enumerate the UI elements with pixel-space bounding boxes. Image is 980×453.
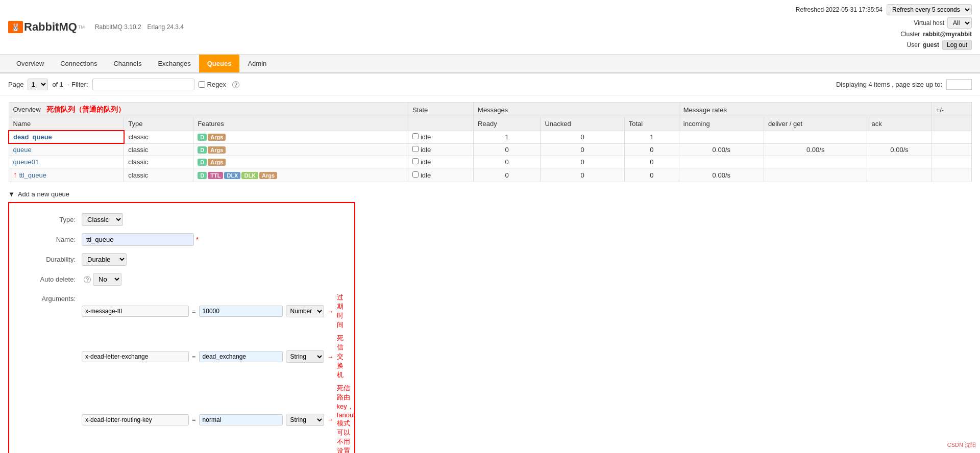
- logo: 🐰 RabbitMQ TM: [8, 20, 85, 34]
- auto-delete-row: Auto delete: ? No Yes: [19, 273, 344, 286]
- arrow-icon-2: →: [327, 353, 334, 361]
- feature-badge[interactable]: D: [198, 159, 207, 166]
- queue-total: 0: [624, 143, 679, 156]
- regex-label[interactable]: Regex: [199, 81, 227, 88]
- add-queue-section: ▼ Add a new queue Type: Classic Quorum S…: [0, 188, 980, 453]
- nav-channels[interactable]: Channels: [105, 55, 150, 72]
- state-checkbox[interactable]: [412, 146, 419, 152]
- arg-type-3[interactable]: Number String Boolean: [286, 414, 324, 426]
- vhost-select[interactable]: All: [947, 17, 972, 29]
- table-row: queueclassicDArgsidle0000.00/s0.00/s0.00…: [9, 143, 972, 156]
- nav-admin[interactable]: Admin: [239, 55, 275, 72]
- feature-badge[interactable]: Args: [259, 172, 277, 179]
- arg-key-1[interactable]: [82, 306, 189, 317]
- queue-incoming: 0.00/s: [679, 143, 764, 156]
- th-rates-group: Message rates: [679, 103, 932, 117]
- queue-incoming: [679, 156, 764, 168]
- state-checkbox[interactable]: [412, 133, 419, 139]
- feature-badge[interactable]: Args: [208, 134, 226, 141]
- th-plus-minus[interactable]: +/-: [932, 103, 971, 117]
- top-right: Refreshed 2022-05-31 17:35:54 Refresh ev…: [796, 4, 972, 50]
- arguments-label: Arguments:: [19, 293, 76, 303]
- arg-type-1[interactable]: Number String Boolean: [286, 305, 324, 317]
- feature-badge[interactable]: TTL: [208, 172, 223, 179]
- state-checkbox[interactable]: [412, 158, 419, 164]
- auto-delete-select[interactable]: No Yes: [93, 273, 121, 286]
- eq-2: =: [192, 353, 196, 361]
- rabbitmq-version: RabbitMQ 3.10.2: [95, 23, 141, 31]
- queue-ready: 0: [474, 168, 541, 182]
- queue-ack: [867, 168, 932, 182]
- queue-ready: 0: [474, 156, 541, 168]
- auto-delete-help[interactable]: ?: [84, 276, 91, 283]
- feature-badge[interactable]: Args: [208, 146, 226, 154]
- nav-connections[interactable]: Connections: [52, 55, 105, 72]
- table-row: ↑ttl_queueclassicDTTLDLXDLKArgsidle0000.…: [9, 168, 972, 182]
- queue-name[interactable]: queue: [9, 143, 124, 156]
- th-state2: [408, 117, 473, 131]
- add-queue-form: Type: Classic Quorum Stream Name: ttl_qu…: [8, 202, 355, 453]
- feature-badge[interactable]: DLX: [224, 172, 240, 179]
- args-row-1: = Number String Boolean → 过期时间: [82, 293, 344, 330]
- name-input[interactable]: ttl_queue: [82, 233, 194, 246]
- filter-input[interactable]: [92, 79, 194, 90]
- regex-checkbox[interactable]: [199, 81, 205, 88]
- filter-label: - Filter:: [67, 81, 88, 88]
- vhost-label: Virtual host: [914, 19, 944, 27]
- queue-name[interactable]: dead_queue: [9, 131, 124, 143]
- logout-button[interactable]: Log out: [942, 40, 972, 50]
- queue-extra: [932, 143, 971, 156]
- queue-deliver-get: 0.00/s: [764, 143, 867, 156]
- nav-overview[interactable]: Overview: [8, 55, 52, 72]
- durability-label: Durability:: [19, 256, 76, 263]
- th-incoming: incoming: [679, 117, 764, 131]
- th-unacked: Unacked: [541, 117, 624, 131]
- arguments-container: = Number String Boolean → 过期时间 =: [82, 293, 344, 453]
- queue-name[interactable]: ↑ttl_queue: [9, 168, 124, 182]
- durability-select[interactable]: Durable Transient: [82, 253, 127, 266]
- arg-key-2[interactable]: [82, 351, 189, 362]
- state-checkbox[interactable]: [412, 171, 419, 178]
- args-row-2: = Number String Boolean → 死信交换机: [82, 334, 344, 380]
- queue-features: DArgs: [193, 131, 408, 143]
- queue-type: classic: [124, 143, 193, 156]
- queue-table: Overview 死信队列（普通的队列） State Messages Mess…: [8, 102, 972, 182]
- queue-name[interactable]: queue01: [9, 156, 124, 168]
- queue-ready: 0: [474, 143, 541, 156]
- feature-badge[interactable]: D: [198, 134, 207, 141]
- arg-val-2[interactable]: [199, 351, 283, 362]
- arrow-icon-3: →: [327, 416, 334, 423]
- arg-val-1[interactable]: [199, 306, 283, 317]
- refresh-select[interactable]: Refresh every 5 seconds: [887, 4, 972, 15]
- type-select[interactable]: Classic Quorum Stream: [82, 213, 123, 226]
- queue-unacked: 0: [541, 143, 624, 156]
- name-row: Name: ttl_queue *: [19, 233, 344, 246]
- arg-key-3[interactable]: [82, 414, 189, 425]
- add-queue-toggle[interactable]: ▼ Add a new queue: [8, 190, 972, 198]
- queue-ack: 0.00/s: [867, 143, 932, 156]
- feature-badge[interactable]: D: [198, 146, 207, 154]
- queue-type: classic: [124, 168, 193, 182]
- feature-badge[interactable]: Args: [208, 159, 226, 166]
- th-type: Type: [124, 117, 193, 131]
- queue-deliver-get: [764, 156, 867, 168]
- queue-extra: [932, 156, 971, 168]
- nav-exchanges[interactable]: Exchanges: [150, 55, 199, 72]
- nav-queues[interactable]: Queues: [199, 55, 240, 72]
- feature-badge[interactable]: DLK: [241, 172, 258, 179]
- eq-1: =: [192, 308, 196, 315]
- refresh-bar: Refreshed 2022-05-31 17:35:54 Refresh ev…: [796, 4, 972, 15]
- annotation-dead-queue: 死信队列（普通的队列）: [46, 105, 125, 113]
- page-size-input[interactable]: 100: [946, 79, 972, 90]
- annotation-3: 死信路由key，fanout模式可以不用设置: [337, 384, 355, 453]
- page-select[interactable]: 1: [28, 79, 48, 90]
- queue-section: Overview 死信队列（普通的队列） State Messages Mess…: [0, 96, 980, 188]
- logo-text: RabbitMQ: [24, 20, 77, 34]
- arguments-row: Arguments: = Number String Boolean → 过期时…: [19, 293, 344, 453]
- th-features: Features: [193, 117, 408, 131]
- arg-val-3[interactable]: [199, 414, 283, 425]
- help-icon[interactable]: ?: [232, 81, 239, 88]
- arg-type-2[interactable]: Number String Boolean: [286, 350, 324, 363]
- feature-badge[interactable]: D: [198, 172, 207, 179]
- user-value: guest: [923, 41, 939, 48]
